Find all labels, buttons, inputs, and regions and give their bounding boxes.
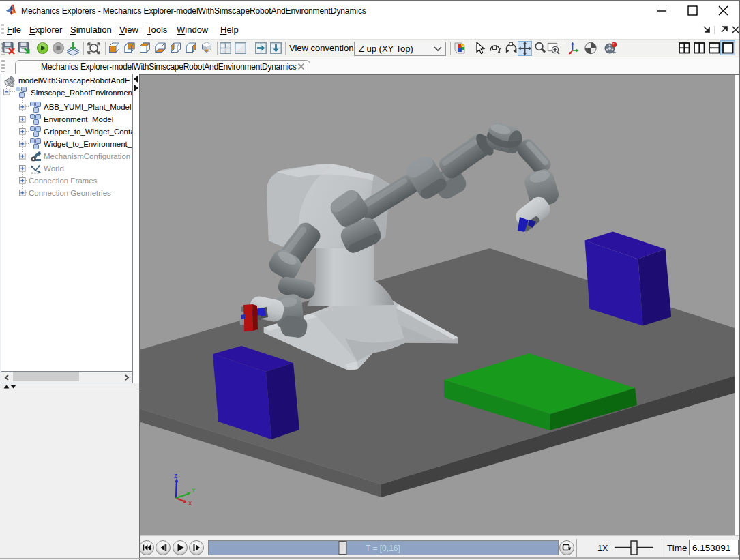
svg-text:ABB_YUMI_Plant_Model: ABB_YUMI_Plant_Model (44, 103, 131, 111)
svg-text:6.153891: 6.153891 (692, 543, 730, 553)
svg-text:Z up (XY Top): Z up (XY Top) (359, 44, 413, 54)
svg-text:Connection Frames: Connection Frames (29, 177, 98, 185)
svg-text:Y: Y (192, 488, 196, 495)
svg-text:1X: 1X (597, 544, 608, 553)
svg-text:Connection Geometries: Connection Geometries (29, 189, 111, 197)
svg-text:MechanismConfiguration: MechanismConfiguration (44, 152, 130, 160)
svg-text:Environment_Model: Environment_Model (44, 115, 113, 123)
svg-text:View convention:: View convention: (289, 43, 356, 53)
svg-text:Widget_to_Environment_: Widget_to_Environment_ (44, 140, 132, 148)
svg-text:Gripper_to_Widget_Conta: Gripper_to_Widget_Conta (44, 128, 132, 136)
svg-text:modelWithSimscapeRobotAndE: modelWithSimscapeRobotAndE (18, 76, 130, 85)
svg-text:Time: Time (667, 543, 687, 553)
svg-text:World: World (44, 164, 64, 173)
svg-text:Simscape_RobotEnvironmen: Simscape_RobotEnvironmen (31, 89, 132, 97)
svg-text:T = [0,16]: T = [0,16] (366, 544, 400, 553)
svg-text:Z: Z (174, 473, 178, 480)
svg-text:X: X (188, 501, 192, 507)
